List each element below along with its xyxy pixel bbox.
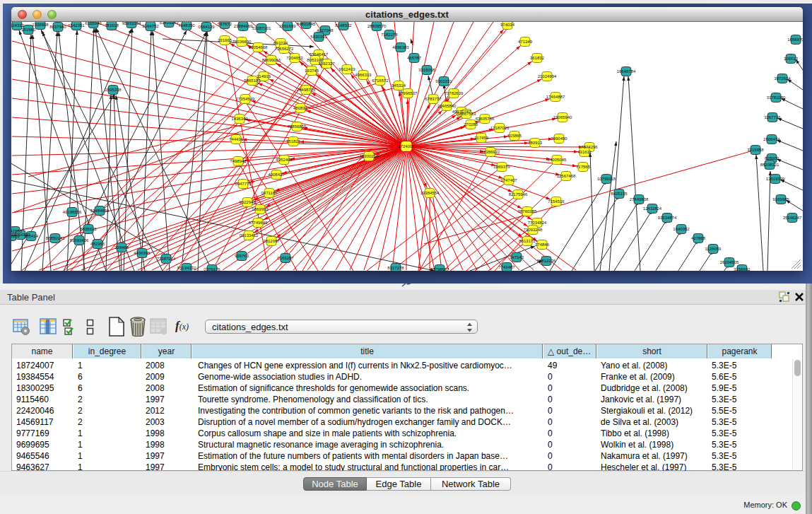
svg-text:26204505: 26204505 bbox=[720, 260, 739, 264]
svg-text:270289: 270289 bbox=[464, 122, 478, 127]
svg-text:5865185: 5865185 bbox=[244, 78, 261, 83]
svg-text:6783777: 6783777 bbox=[425, 97, 442, 101]
svg-text:1640052: 1640052 bbox=[673, 227, 690, 231]
svg-text:4436995: 4436995 bbox=[134, 251, 151, 255]
svg-text:615865: 615865 bbox=[507, 134, 522, 138]
svg-text:84801845: 84801845 bbox=[297, 22, 316, 26]
svg-text:12567468: 12567468 bbox=[557, 174, 576, 178]
svg-text:0947775: 0947775 bbox=[235, 182, 252, 186]
svg-text:4352408: 4352408 bbox=[276, 158, 293, 162]
svg-text:0564139: 0564139 bbox=[198, 25, 215, 29]
svg-text:945314: 945314 bbox=[392, 83, 406, 88]
svg-text:95931034: 95931034 bbox=[122, 22, 141, 25]
svg-text:717565: 717565 bbox=[576, 165, 591, 169]
svg-text:67749649: 67749649 bbox=[249, 221, 268, 225]
svg-text:81693406: 81693406 bbox=[70, 238, 89, 243]
svg-text:1656670: 1656670 bbox=[787, 37, 803, 42]
svg-text:5430391: 5430391 bbox=[310, 35, 327, 39]
svg-text:6716572: 6716572 bbox=[372, 78, 389, 83]
svg-text:480831: 480831 bbox=[293, 106, 308, 110]
svg-text:181960: 181960 bbox=[21, 28, 36, 32]
svg-text:299468: 299468 bbox=[114, 245, 129, 250]
svg-text:62386922: 62386922 bbox=[481, 150, 500, 154]
svg-text:95798687: 95798687 bbox=[430, 267, 449, 271]
svg-text:3747407: 3747407 bbox=[500, 178, 517, 182]
svg-text:217459: 217459 bbox=[474, 136, 489, 140]
svg-text:15300215: 15300215 bbox=[360, 154, 379, 158]
svg-text:361832: 361832 bbox=[530, 56, 545, 60]
svg-text:51484656: 51484656 bbox=[90, 209, 110, 213]
svg-text:936763: 936763 bbox=[235, 254, 249, 258]
svg-text:71093248: 71093248 bbox=[524, 228, 543, 232]
svg-text:40196556: 40196556 bbox=[63, 210, 82, 214]
svg-text:3990490: 3990490 bbox=[551, 136, 567, 141]
svg-text:55646417: 55646417 bbox=[310, 52, 329, 57]
svg-text:80699016: 80699016 bbox=[262, 58, 281, 62]
svg-text:8835615: 8835615 bbox=[80, 227, 97, 231]
svg-text:1724007: 1724007 bbox=[398, 144, 415, 148]
svg-text:95134332: 95134332 bbox=[177, 266, 196, 270]
svg-text:8637940: 8637940 bbox=[49, 25, 66, 29]
svg-text:88208121: 88208121 bbox=[760, 163, 779, 167]
svg-text:4966319: 4966319 bbox=[355, 73, 372, 77]
svg-text:28498776: 28498776 bbox=[297, 88, 316, 92]
svg-text:21024994: 21024994 bbox=[538, 74, 557, 78]
svg-text:8425135: 8425135 bbox=[611, 192, 628, 196]
svg-text:8148932: 8148932 bbox=[335, 23, 352, 28]
svg-text:274846: 274846 bbox=[535, 243, 550, 247]
svg-text:7743487: 7743487 bbox=[498, 265, 515, 269]
svg-text:82175946: 82175946 bbox=[509, 192, 528, 197]
svg-text:12411824: 12411824 bbox=[643, 206, 662, 211]
svg-text:27354549: 27354549 bbox=[236, 97, 255, 101]
svg-text:6542351: 6542351 bbox=[68, 23, 85, 28]
svg-text:3315098: 3315098 bbox=[418, 68, 435, 72]
svg-text:805009: 805009 bbox=[765, 156, 779, 160]
svg-text:1436349: 1436349 bbox=[231, 117, 248, 121]
svg-text:8317278: 8317278 bbox=[387, 266, 404, 270]
svg-text:4627048: 4627048 bbox=[317, 28, 334, 33]
svg-text:58867533: 58867533 bbox=[457, 112, 476, 116]
svg-text:55812236: 55812236 bbox=[537, 259, 556, 263]
svg-text:08760385: 08760385 bbox=[518, 209, 537, 214]
svg-text:365414: 365414 bbox=[24, 234, 39, 238]
svg-text:78856855: 78856855 bbox=[288, 124, 307, 129]
svg-text:09133412: 09133412 bbox=[240, 233, 259, 238]
svg-text:780913: 780913 bbox=[528, 141, 543, 145]
svg-text:63605766: 63605766 bbox=[476, 117, 495, 121]
svg-text:3164752: 3164752 bbox=[142, 24, 159, 28]
svg-text:1338908: 1338908 bbox=[32, 23, 49, 27]
svg-text:7154516: 7154516 bbox=[548, 199, 565, 204]
svg-text:70656272: 70656272 bbox=[275, 47, 294, 51]
svg-text:471349: 471349 bbox=[518, 40, 533, 44]
svg-text:19065940: 19065940 bbox=[553, 115, 572, 119]
svg-text:86850142: 86850142 bbox=[46, 236, 65, 240]
svg-text:744431: 744431 bbox=[229, 137, 244, 141]
svg-text:8613171: 8613171 bbox=[519, 239, 536, 243]
svg-text:781618: 781618 bbox=[105, 23, 119, 28]
svg-text:19384554: 19384554 bbox=[420, 191, 440, 195]
svg-text:9301031: 9301031 bbox=[435, 79, 452, 83]
svg-text:537672: 537672 bbox=[218, 22, 233, 26]
svg-text:347143: 347143 bbox=[510, 255, 524, 259]
svg-text:4008427: 4008427 bbox=[268, 173, 285, 177]
svg-text:231665: 231665 bbox=[218, 38, 233, 42]
svg-text:3092327: 3092327 bbox=[318, 62, 335, 66]
svg-text:427868: 427868 bbox=[691, 236, 706, 240]
svg-text:27849808: 27849808 bbox=[630, 197, 649, 201]
svg-text:17464887: 17464887 bbox=[546, 95, 565, 99]
svg-text:1128059: 1128059 bbox=[705, 247, 722, 251]
svg-text:7498941: 7498941 bbox=[230, 159, 247, 163]
svg-text:465787: 465787 bbox=[407, 56, 422, 60]
svg-text:17187026: 17187026 bbox=[490, 126, 510, 130]
svg-text:9912419: 9912419 bbox=[339, 67, 355, 71]
svg-text:10799118: 10799118 bbox=[597, 177, 616, 181]
svg-text:3215958: 3215958 bbox=[747, 148, 764, 152]
svg-text:4896383: 4896383 bbox=[392, 45, 409, 49]
svg-text:7874296: 7874296 bbox=[581, 145, 598, 149]
svg-text:7182278: 7182278 bbox=[381, 33, 398, 37]
svg-text:28809570: 28809570 bbox=[367, 24, 387, 28]
svg-text:1869993: 1869993 bbox=[252, 207, 269, 211]
svg-text:24005045: 24005045 bbox=[548, 158, 567, 162]
svg-text:2691669: 2691669 bbox=[279, 24, 296, 28]
svg-text:974034: 974034 bbox=[500, 23, 515, 27]
